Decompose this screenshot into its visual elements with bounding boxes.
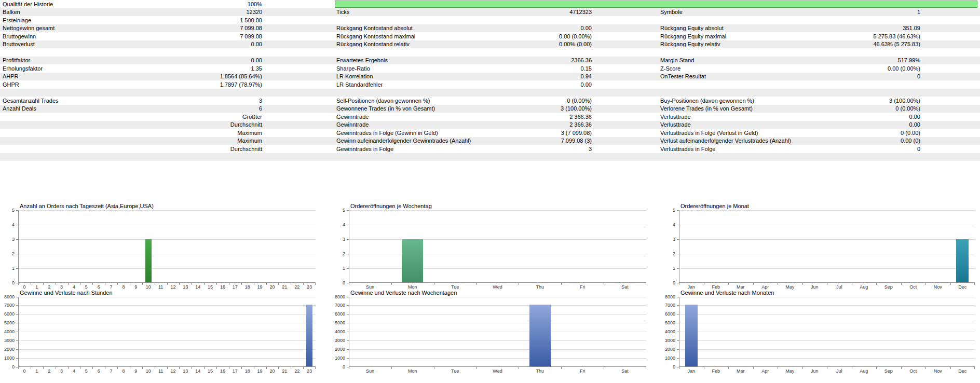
y-axis-label: 2: [326, 251, 345, 256]
gridline: [349, 305, 646, 306]
x-axis: [679, 366, 975, 367]
stat-cell: Rückgang Kontostand relativ0.00% (0.00): [327, 40, 653, 49]
gridline: [349, 340, 646, 341]
y-axis-label: 3000: [326, 338, 345, 343]
x-axis: [349, 366, 646, 367]
y-axis-label: 1000: [0, 355, 15, 361]
stat-label: OnTester Resultat: [660, 73, 706, 79]
stat-value: 1: [917, 9, 920, 15]
x-axis-label: Nov: [925, 284, 950, 290]
x-axis-label: Jun: [802, 368, 827, 374]
x-tick: [315, 283, 316, 285]
stat-value: 7 099.08: [240, 25, 262, 31]
stat-cell: Maximum: [0, 137, 327, 145]
y-axis: [18, 297, 19, 369]
stat-label: Gewinntrade: [336, 114, 369, 120]
stat-row: Profitfaktor0.00Erwartetes Ergebnis2366.…: [0, 57, 980, 65]
stat-label: AHPR: [3, 73, 19, 79]
x-axis-label: 12: [167, 368, 180, 374]
gridline: [349, 297, 646, 297]
x-axis-label: 17: [229, 284, 241, 290]
x-axis-label: Oct: [901, 368, 926, 374]
chart-plot-area: 010002000300040005000600070008000SunMonT…: [349, 297, 646, 367]
x-axis-label: Dec: [950, 284, 975, 290]
y-axis-label: 0: [326, 364, 345, 370]
x-axis-label: 11: [155, 284, 167, 290]
orders-by-hour-chart: Anzahl an Orders nach Tageszeit (Asia,Eu…: [0, 202, 326, 289]
stat-cell: Rückgang Equity absolut351.09: [653, 24, 980, 33]
stat-label: Verlusttrade: [660, 114, 691, 120]
stat-cell: LR Standardfehler0.00: [327, 80, 653, 89]
stat-row: Anzahl Deals6Gewonnene Trades (in % von …: [0, 105, 980, 113]
stat-cell: LR Korrelation0.94: [327, 73, 653, 81]
x-axis-label: Wed: [477, 368, 519, 374]
stat-value: Durchschnitt: [230, 121, 262, 128]
bar: [956, 239, 969, 283]
x-axis-label: Sat: [604, 284, 646, 290]
y-axis: [679, 210, 679, 285]
stat-label: Sell-Positionen (davon gewonnen %): [336, 98, 430, 104]
gridline: [679, 358, 975, 359]
stat-row: GrößterGewinntrade2 366.36Verlusttrade0.…: [0, 113, 980, 121]
x-axis: [18, 366, 316, 367]
x-axis-label: 15: [204, 368, 216, 374]
stat-cell: [327, 89, 653, 97]
stat-value: Maximum: [237, 130, 262, 136]
stat-value: 3 (100.00%): [561, 105, 592, 112]
y-axis-label: 3: [653, 237, 675, 242]
y-axis-label: 5000: [653, 320, 675, 325]
x-axis-label: 10: [142, 368, 155, 374]
stat-label: Rückgang Kontostand maximal: [336, 33, 415, 39]
x-axis-label: 6: [92, 284, 105, 290]
stat-row: MaximumGewinntrades in Folge (Gewinn in …: [0, 129, 980, 137]
x-axis-label: 13: [179, 284, 192, 290]
stat-label: Rückgang Kontostand relativ: [336, 41, 410, 47]
stat-value: 1.7897 (78.97%): [220, 81, 262, 88]
y-axis-label: 1: [653, 266, 675, 271]
y-axis-label: 8000: [653, 294, 675, 299]
stat-row: Bruttogewinn7 099.08Rückgang Kontostand …: [0, 32, 980, 40]
stat-value: 0.00 (0.00%): [559, 33, 592, 39]
gridline: [349, 323, 646, 323]
stat-value: 1 500.00: [240, 17, 262, 23]
x-axis-label: Jul: [827, 368, 852, 374]
gridline: [18, 239, 316, 240]
stat-cell: Erholungsfaktor1.35: [0, 64, 327, 73]
stat-cell: Gesamtanzahl Trades3: [0, 97, 327, 105]
y-axis-label: 4000: [0, 329, 15, 334]
y-axis: [18, 210, 19, 285]
stat-row: [0, 161, 980, 169]
stat-value: 0.00: [581, 25, 592, 31]
stat-label: Gewinntrade: [336, 121, 369, 128]
y-axis-label: 1000: [326, 355, 345, 361]
x-axis-label: May: [778, 284, 802, 290]
stat-cell: Verlusttrades in Folge (Verlust in Geld)…: [653, 129, 980, 137]
x-axis-label: 0: [18, 284, 31, 290]
stat-value: 1.8564 (85.64%): [220, 73, 262, 79]
y-axis-label: 8000: [326, 294, 345, 299]
stat-value: 0.94: [581, 73, 592, 79]
x-axis-label: Jan: [679, 284, 704, 290]
x-axis-label: Thu: [519, 368, 561, 374]
y-axis-label: 6000: [653, 311, 675, 317]
gridline: [349, 210, 646, 211]
stat-label: Ticks: [336, 9, 349, 15]
x-axis-label: 18: [241, 284, 254, 290]
bar: [685, 305, 698, 367]
stat-cell: Verlusttrade0.00: [653, 113, 980, 121]
bar: [145, 239, 152, 283]
stat-row: DurchschnittGewinntrades in Folge3Verlus…: [0, 145, 980, 153]
stat-label: Verlust aufeinanderfolgender Verlusttrad…: [660, 138, 791, 144]
gridline: [349, 314, 646, 314]
x-axis-label: 9: [130, 368, 142, 374]
stat-cell: Rückgang Kontostand maximal0.00 (0.00%): [327, 32, 653, 40]
chart-plot-area: 010002000300040005000600070008000JanFebM…: [679, 297, 975, 367]
y-axis-label: 0: [653, 280, 675, 285]
x-axis-label: Sun: [349, 368, 391, 374]
x-axis-label: Nov: [925, 368, 950, 374]
stat-row: [0, 153, 980, 161]
gridline: [18, 297, 316, 297]
x-axis-label: 5: [80, 284, 92, 290]
x-axis-label: Jan: [679, 368, 704, 374]
stat-cell: Bruttoverlust0.00: [0, 40, 327, 49]
